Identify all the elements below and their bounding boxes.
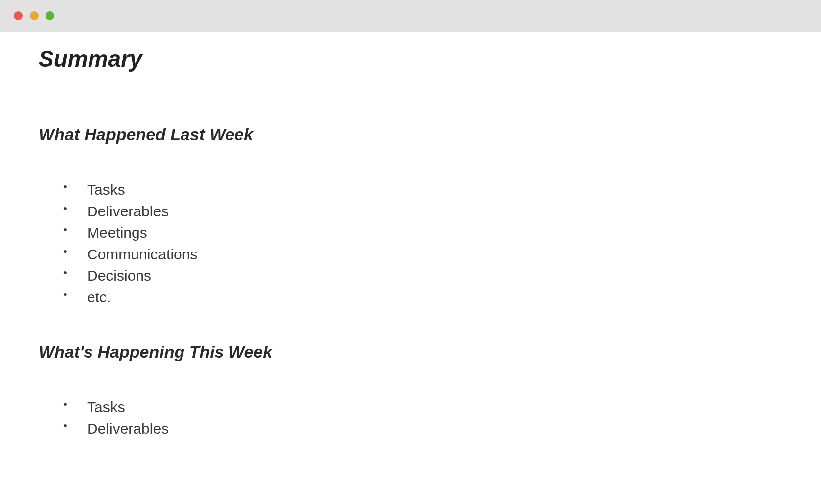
list-item: Deliverables bbox=[63, 418, 782, 440]
section-heading-last-week: What Happened Last Week bbox=[39, 125, 782, 144]
list-item: etc. bbox=[63, 287, 782, 308]
window-titlebar bbox=[0, 0, 821, 32]
list-item: Tasks bbox=[63, 396, 782, 418]
divider bbox=[39, 90, 782, 90]
section-heading-this-week: What's Happening This Week bbox=[39, 342, 782, 362]
minimize-icon[interactable] bbox=[30, 11, 39, 20]
close-icon[interactable] bbox=[14, 11, 23, 20]
list-item: Meetings bbox=[63, 222, 782, 244]
list-item: Deliverables bbox=[63, 201, 782, 222]
document-content: Summary What Happened Last Week Tasks De… bbox=[0, 32, 821, 439]
page-title: Summary bbox=[39, 45, 782, 72]
list-item: Tasks bbox=[63, 179, 782, 201]
maximize-icon[interactable] bbox=[46, 11, 54, 20]
list-item: Decisions bbox=[63, 265, 782, 287]
bullet-list-last-week: Tasks Deliverables Meetings Communicatio… bbox=[39, 179, 782, 308]
list-item: Communications bbox=[63, 244, 782, 265]
bullet-list-this-week: Tasks Deliverables bbox=[39, 396, 782, 439]
